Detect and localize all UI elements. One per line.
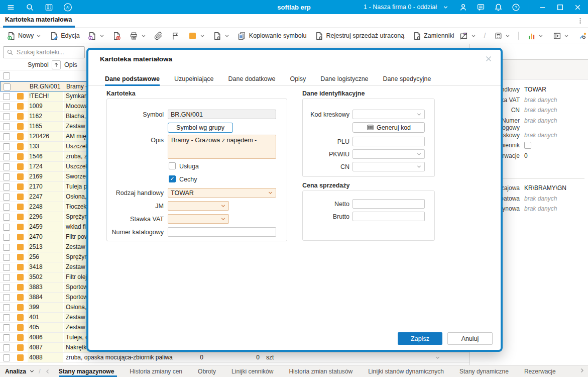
company-selector[interactable]: 1 - Nasza firma 0 - oddział: [364, 3, 450, 12]
row-checkbox[interactable]: [3, 294, 10, 301]
cechy-checkbox[interactable]: [169, 175, 176, 182]
rodzaj-handlowy-select[interactable]: TOWAR: [168, 188, 276, 198]
substitutes-button[interactable]: Zamienniki: [410, 30, 456, 42]
close-button[interactable]: [573, 3, 582, 12]
row-checkbox[interactable]: [3, 254, 10, 261]
netto-input[interactable]: [352, 199, 425, 209]
doc-info-button[interactable]: [85, 30, 107, 42]
bottom-tab-historia-zmiany-cen[interactable]: Historia zmiany cen: [130, 365, 182, 377]
row-checkbox[interactable]: [3, 314, 10, 321]
sort-ascending-button[interactable]: [52, 60, 61, 69]
row-checkbox[interactable]: [3, 163, 10, 170]
ai-assistant-icon[interactable]: AI: [63, 3, 72, 12]
dialog-tab-dane-podstawowe[interactable]: Dane podstawowe: [105, 73, 160, 85]
bottom-tab-linijki-stanów-dynamicznych[interactable]: Linijki stanów dynamicznych: [368, 365, 444, 377]
tools-button[interactable]: [575, 30, 588, 42]
news-panel-icon[interactable]: [44, 3, 53, 12]
row-checkbox[interactable]: [3, 324, 10, 331]
row-checkbox[interactable]: [3, 123, 10, 130]
dialog-tab-uzupe-niaj-ce[interactable]: Uzupełniające: [174, 73, 214, 85]
numer-katalogowy-input[interactable]: [168, 227, 276, 237]
row-checkbox[interactable]: [3, 183, 10, 191]
row-checkbox[interactable]: [3, 274, 10, 281]
cn-select[interactable]: [352, 162, 425, 171]
row-checkbox[interactable]: [3, 113, 10, 120]
save-button[interactable]: Zapisz: [398, 332, 442, 345]
chevron-left-icon[interactable]: [45, 368, 51, 374]
analiza-menu[interactable]: Analiza: [0, 368, 35, 375]
row-checkbox[interactable]: [3, 234, 10, 241]
row-checkbox[interactable]: [3, 344, 10, 351]
usluga-checkbox[interactable]: [169, 162, 176, 169]
row-checkbox[interactable]: [3, 334, 10, 341]
row-checkbox[interactable]: [3, 264, 10, 271]
select-all-checkbox[interactable]: [3, 72, 10, 79]
row-checkbox[interactable]: [3, 244, 10, 251]
row-checkbox[interactable]: [3, 93, 10, 100]
search-icon[interactable]: [25, 3, 34, 12]
maximize-button[interactable]: [555, 3, 564, 12]
row-checkbox[interactable]: [3, 194, 10, 201]
edit-button[interactable]: Edycja: [47, 30, 82, 42]
search-input[interactable]: [17, 49, 77, 56]
row-checkbox[interactable]: [3, 214, 10, 221]
bottom-tab-stany-magazynowe[interactable]: Stany magazynowe: [59, 365, 114, 377]
bottom-tab-obroty[interactable]: Obroty: [198, 365, 216, 377]
tab-kartoteka-materialowa[interactable]: Kartoteka materiałowa: [5, 16, 72, 26]
hamburger-menu-icon[interactable]: [6, 3, 15, 12]
delete-button[interactable]: [110, 30, 124, 42]
brutto-input[interactable]: [352, 212, 425, 221]
chevron-down-icon[interactable]: [435, 355, 440, 362]
row-checkbox[interactable]: [3, 224, 10, 231]
row-checkbox[interactable]: [4, 83, 11, 90]
bottom-tab-historia-zmian-statusów[interactable]: Historia zmian statusów: [289, 365, 352, 377]
help-icon[interactable]: ?: [511, 3, 520, 12]
search-box[interactable]: [3, 46, 85, 58]
flag-button[interactable]: [169, 30, 183, 42]
zamiennik-checkbox[interactable]: [524, 142, 531, 149]
opis-textarea[interactable]: Bramy - Grażowa z napędem -: [168, 135, 276, 159]
jm-select[interactable]: [168, 201, 229, 211]
notifications-icon[interactable]: [494, 3, 503, 12]
row-checkbox[interactable]: [3, 304, 10, 311]
kod-kreskowy-select[interactable]: [352, 110, 425, 119]
row-checkbox[interactable]: [3, 284, 10, 291]
row-checkbox[interactable]: [3, 153, 10, 160]
dialog-tab-dane-spedycyjne[interactable]: Dane spedycyjne: [383, 73, 431, 85]
chevron-right-icon[interactable]: [579, 367, 585, 373]
symbol-input[interactable]: [168, 110, 276, 119]
dialog-close-icon[interactable]: [484, 54, 494, 64]
row-checkbox[interactable]: [3, 354, 10, 361]
dialog-tab-opisy[interactable]: Opisy: [290, 73, 306, 85]
bottom-tab-rezerwacje[interactable]: Rezerwacje: [524, 365, 556, 377]
attachment-button[interactable]: [152, 30, 166, 42]
row-checkbox[interactable]: [3, 173, 10, 180]
column-header-opis[interactable]: Opis: [64, 61, 77, 68]
generuj-kod-button[interactable]: Generuj kod: [352, 122, 425, 133]
plu-input[interactable]: [352, 137, 425, 146]
table-row[interactable]: 4088żruba, opaska mocująca-zbiornik pali…: [0, 353, 469, 363]
color-mark-button[interactable]: [186, 30, 207, 42]
dock-panel-button[interactable]: [550, 30, 571, 42]
row-checkbox[interactable]: [3, 204, 10, 211]
row-checkbox[interactable]: [3, 133, 10, 140]
print-button[interactable]: [127, 30, 149, 42]
kebab-menu-icon[interactable]: [576, 17, 584, 25]
row-checkbox[interactable]: [3, 103, 10, 110]
column-header-symbol[interactable]: Symbol: [28, 61, 49, 68]
row-checkbox[interactable]: [3, 143, 10, 150]
messages-icon[interactable]: [476, 3, 485, 12]
bottom-tab-stany-dynamiczne[interactable]: Stany dynamiczne: [459, 365, 509, 377]
symbol-wg-grupy-button[interactable]: Symbol wg grupy: [168, 123, 233, 133]
lost-sale-button[interactable]: Rejestruj sprzedaż utraconą: [312, 30, 407, 42]
user-icon[interactable]: [458, 3, 467, 12]
doc-actions-button[interactable]: [210, 30, 232, 42]
copy-symbol-button[interactable]: Kopiowanie symbolu: [235, 30, 309, 42]
bottom-tab-linijki-cenników[interactable]: Linijki cenników: [231, 365, 273, 377]
stawka-vat-select[interactable]: [168, 214, 229, 224]
register-button[interactable]: [491, 30, 513, 42]
pkwiu-select[interactable]: [352, 149, 425, 159]
new-button[interactable]: Nowy: [4, 30, 44, 42]
dialog-tab-dane-logistyczne[interactable]: Dane logistyczne: [320, 73, 368, 85]
dialog-tab-dane-dodatkowe[interactable]: Dane dodatkowe: [228, 73, 276, 85]
